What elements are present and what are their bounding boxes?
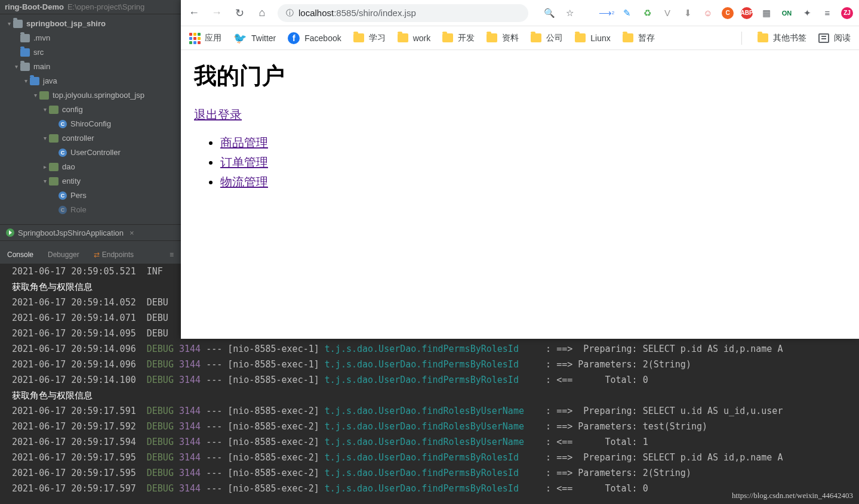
home-button[interactable]: ⌂ [255, 7, 269, 19]
bookmark-company[interactable]: 公司 [531, 33, 563, 44]
ext-c-icon[interactable]: C [722, 7, 734, 19]
folder-icon [353, 33, 364, 42]
address-bar[interactable]: ⓘ localhost:8585/shiro/index.jsp [278, 4, 528, 22]
tool-window-tabs: Console Debugger ⇄Endpoints ≡ [0, 246, 181, 264]
avatar[interactable]: ZJ [841, 7, 853, 19]
ext-download-icon[interactable]: ⬇ [681, 7, 694, 20]
separator [741, 32, 742, 45]
zoom-icon[interactable]: 🔍 [543, 7, 556, 20]
ext-puzzle-icon[interactable]: ✦ [800, 7, 814, 20]
apps-icon [189, 33, 200, 44]
twitter-icon: 🐦 [233, 32, 247, 45]
folder-icon [398, 33, 408, 42]
reading-list-icon [818, 33, 829, 43]
tree-entity[interactable]: ▾entity [0, 174, 181, 188]
project-name: ring-Boot-Demo [5, 2, 64, 11]
bookmark-linux[interactable]: Liunx [575, 33, 610, 43]
endpoints-icon: ⇄ [94, 251, 100, 259]
tree-dao[interactable]: ▸dao [0, 160, 181, 174]
ext-eyedropper-icon[interactable]: ✎ [620, 7, 633, 20]
menu-link-orders[interactable]: 订单管理 [220, 156, 268, 169]
bookmarks-bar: 应用 🐦Twitter fFacebook 学习 work 开发 资料 公司 L… [181, 26, 859, 50]
page-content: 我的门户 退出登录 商品管理 订单管理 物流管理 [181, 50, 859, 205]
tree-root[interactable]: ▾springboot_jsp_shiro [0, 17, 181, 31]
folder-icon [623, 33, 633, 42]
ext-grid-icon[interactable]: ▦ [760, 7, 773, 20]
tree-main[interactable]: ▾main [0, 60, 181, 74]
folder-icon [487, 33, 497, 42]
bookmark-apps[interactable]: 应用 [189, 33, 221, 44]
star-icon[interactable]: ☆ [563, 7, 576, 20]
bookmark-dev[interactable]: 开发 [442, 33, 475, 44]
url-host: localhost [298, 8, 334, 18]
extensions-row: ⟶2 ✎ ♻ V ⬇ ☺ C ABP ▦ ON ✦ ≡ ZJ [584, 7, 853, 20]
browser-window: ← → ↻ ⌂ ⓘ localhost:8585/shiro/index.jsp… [181, 0, 859, 339]
menu-link-logistics[interactable]: 物流管理 [220, 175, 268, 188]
folder-icon [758, 33, 768, 42]
ext-on-icon[interactable]: ON [780, 7, 793, 20]
editor-tab-bar: SpringbootJspShiroApplication × [0, 224, 181, 241]
page-title: 我的门户 [194, 61, 846, 91]
folder-icon [575, 33, 586, 42]
url-path: /shiro/index.jsp [356, 8, 416, 18]
address-actions: 🔍 ☆ [543, 7, 576, 20]
tree-shiroconfig[interactable]: CShiroConfig [0, 117, 181, 131]
project-tree: ▾springboot_jsp_shiro .mvn src ▾main ▾ja… [0, 14, 181, 219]
bookmark-work[interactable]: work [398, 33, 431, 43]
bookmark-facebook[interactable]: fFacebook [288, 32, 341, 44]
bookmark-twitter[interactable]: 🐦Twitter [233, 32, 276, 45]
menu-link-goods[interactable]: 商品管理 [220, 136, 268, 149]
tree-usercontroller[interactable]: CUserController [0, 146, 181, 160]
reload-button[interactable]: ↻ [232, 7, 247, 20]
bookmark-data[interactable]: 资料 [487, 33, 519, 44]
tree-src[interactable]: src [0, 45, 181, 60]
menu-item: 订单管理 [220, 154, 846, 171]
ext-recycle-icon[interactable]: ♻ [641, 7, 654, 20]
tool-tab-debugger[interactable]: Debugger [48, 251, 79, 259]
project-path: E:\open-project\Spring [67, 2, 144, 11]
tool-tab-console[interactable]: Console [7, 251, 33, 259]
editor-tab-app[interactable]: SpringbootJspShiroApplication × [0, 225, 140, 240]
facebook-icon: f [288, 32, 300, 44]
menu-item: 物流管理 [220, 174, 846, 190]
menu-list: 商品管理 订单管理 物流管理 [220, 135, 846, 190]
logout-link[interactable]: 退出登录 [194, 108, 242, 121]
tree-java[interactable]: ▾java [0, 74, 181, 88]
tool-tab-endpoints[interactable]: ⇄Endpoints [94, 251, 134, 259]
ext-vue-icon[interactable]: V [661, 7, 674, 20]
watermark-text: https://blog.csdn.net/weixin_44642403 [732, 491, 853, 500]
bookmark-study[interactable]: 学习 [353, 33, 386, 44]
close-icon[interactable]: × [130, 228, 134, 237]
run-icon [6, 228, 14, 237]
url-port: :8585 [334, 8, 356, 18]
ext-abp-icon[interactable]: ABP [741, 7, 753, 19]
tree-role[interactable]: CRole [0, 203, 181, 217]
bookmark-reading-list[interactable]: 阅读 [818, 33, 851, 44]
ext-monkey-icon[interactable]: ☺ [701, 7, 715, 20]
ide-header: ring-Boot-Demo E:\open-project\Spring [0, 0, 181, 14]
ext-menu-icon[interactable]: ≡ [821, 7, 834, 20]
bookmark-other[interactable]: 其他书签 [758, 33, 806, 44]
tree-package[interactable]: ▾top.jolyoulu.springboot_jsp [0, 88, 181, 103]
tree-config[interactable]: ▾config [0, 103, 181, 117]
bookmark-temp[interactable]: 暂存 [623, 33, 655, 44]
browser-toolbar: ← → ↻ ⌂ ⓘ localhost:8585/shiro/index.jsp… [181, 0, 859, 26]
forward-button[interactable]: → [210, 7, 224, 19]
ext-translate-icon[interactable]: ⟶2 [600, 7, 613, 20]
menu-item: 商品管理 [220, 135, 846, 151]
info-icon[interactable]: ⓘ [286, 8, 294, 18]
tree-pers[interactable]: CPers [0, 188, 181, 203]
tree-controller[interactable]: ▾controller [0, 131, 181, 146]
folder-icon [442, 33, 453, 42]
tree-mvn[interactable]: .mvn [0, 31, 181, 45]
folder-icon [531, 33, 541, 42]
overflow-icon[interactable]: ≡ [170, 251, 174, 259]
back-button[interactable]: ← [187, 7, 201, 19]
